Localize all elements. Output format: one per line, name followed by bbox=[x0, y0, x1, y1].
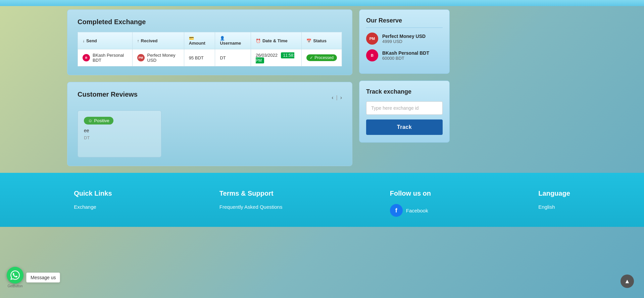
reserve-item-bkash: B BKash Personal BDT 60000 BDT bbox=[366, 49, 443, 61]
social-links: f Facebook bbox=[390, 204, 431, 217]
pm-logo-icon: PM bbox=[366, 33, 378, 45]
getbutton-label: GetButton bbox=[7, 284, 22, 288]
col-received: ↑Recived bbox=[132, 32, 184, 49]
review-author: DT bbox=[84, 135, 155, 140]
scroll-top-button[interactable]: ▲ bbox=[621, 275, 634, 288]
whatsapp-widget: GetButton bbox=[7, 267, 23, 288]
facebook-icon[interactable]: f bbox=[390, 204, 403, 217]
bkash-send-logo: B bbox=[83, 54, 90, 61]
send-cell: B BKash Personal BDT bbox=[78, 49, 133, 66]
reviews-header: Customer Reviews ‹ | › bbox=[78, 91, 342, 104]
quick-links-title: Quick Links bbox=[74, 190, 112, 197]
left-section: Completed Exchange ↓Send ↑Recived 💳Amoun… bbox=[67, 9, 352, 166]
footer-link-exchange[interactable]: Exchange bbox=[74, 204, 112, 210]
completed-exchange-title: Completed Exchange bbox=[78, 18, 342, 26]
reserve-item-pm: PM Perfect Money USD 4999 USD bbox=[366, 33, 443, 45]
track-exchange-box: Track exchange Track bbox=[359, 81, 450, 143]
review-nav: ‹ | › bbox=[332, 95, 342, 101]
customer-reviews-section: Customer Reviews ‹ | › ☺ Positive ee DT bbox=[67, 82, 352, 166]
footer-link-faq[interactable]: Frequently Asked Questions bbox=[219, 204, 283, 210]
reserve-pm-info: Perfect Money USD 4999 USD bbox=[382, 34, 426, 44]
language-title: Language bbox=[538, 190, 570, 197]
footer-language: Language English bbox=[538, 190, 570, 217]
positive-badge: ☺ Positive bbox=[84, 117, 113, 125]
prev-arrow[interactable]: ‹ bbox=[332, 95, 333, 101]
col-send: ↓Send bbox=[78, 32, 133, 49]
sentiment-label: Positive bbox=[94, 118, 109, 123]
col-status: 📅Status bbox=[302, 32, 342, 49]
whatsapp-circle[interactable] bbox=[7, 267, 23, 284]
datetime-cell: 26/03/2022 11:58: PM bbox=[251, 49, 301, 66]
smile-icon: ☺ bbox=[88, 118, 92, 123]
status-cell: ✓ Processed bbox=[302, 49, 342, 66]
status-label: Processed bbox=[314, 55, 334, 60]
main-content: Completed Exchange ↓Send ↑Recived 💳Amoun… bbox=[0, 6, 644, 173]
footer-inner: Quick Links Exchange Terms & Support Fre… bbox=[0, 190, 644, 217]
pm-name: Perfect Money USD bbox=[382, 34, 426, 39]
check-icon: ✓ bbox=[310, 55, 313, 60]
received-currency: Perfect Money USD bbox=[147, 53, 179, 63]
amount-cell: 95 BDT bbox=[184, 49, 215, 66]
table-row: B BKash Personal BDT PM Perfect Money US… bbox=[78, 49, 342, 66]
reviews-list: ☺ Positive ee DT bbox=[78, 110, 342, 157]
reserve-title: Our Reserve bbox=[366, 17, 443, 28]
bkash-logo-icon: B bbox=[366, 49, 378, 61]
col-datetime: ⏰Date & Time bbox=[251, 32, 301, 49]
whatsapp-button-area: GetButton Message us bbox=[7, 267, 60, 288]
username-cell: DT bbox=[215, 49, 251, 66]
bkash-amount: 60000 BDT bbox=[382, 56, 429, 61]
terms-support-title: Terms & Support bbox=[219, 190, 283, 197]
footer-link-facebook[interactable]: Facebook bbox=[406, 208, 428, 213]
reserve-box: Our Reserve PM Perfect Money USD 4999 US… bbox=[359, 9, 450, 74]
received-cell: PM Perfect Money USD bbox=[132, 49, 184, 66]
review-text: ee bbox=[84, 128, 155, 133]
footer-link-english[interactable]: English bbox=[538, 204, 570, 210]
pm-received-logo: PM bbox=[137, 54, 145, 61]
track-exchange-title: Track exchange bbox=[366, 88, 443, 95]
amount-icon: 💳 bbox=[189, 36, 194, 41]
track-input[interactable] bbox=[366, 101, 443, 115]
send-currency: BKash Personal BDT bbox=[93, 53, 128, 63]
right-sidebar: Our Reserve PM Perfect Money USD 4999 US… bbox=[359, 9, 450, 166]
next-arrow[interactable]: › bbox=[340, 95, 342, 101]
footer-quick-links: Quick Links Exchange bbox=[74, 190, 112, 217]
top-blue-bar bbox=[0, 0, 644, 6]
status-badge: ✓ Processed bbox=[306, 54, 337, 61]
reserve-bkash-info: BKash Personal BDT 60000 BDT bbox=[382, 50, 429, 61]
footer-terms-support: Terms & Support Frequently Asked Questio… bbox=[219, 190, 283, 217]
received-icon: ↑ bbox=[137, 39, 139, 43]
bkash-name: BKash Personal BDT bbox=[382, 50, 429, 56]
customer-reviews-title: Customer Reviews bbox=[78, 91, 138, 98]
footer-follow-us: Follow us on f Facebook bbox=[390, 190, 431, 217]
scroll-top-icon: ▲ bbox=[624, 278, 630, 285]
completed-exchange-section: Completed Exchange ↓Send ↑Recived 💳Amoun… bbox=[67, 9, 352, 75]
send-icon: ↓ bbox=[83, 39, 85, 43]
date-value: 26/03/2022 bbox=[256, 53, 278, 58]
whatsapp-message-label[interactable]: Message us bbox=[26, 272, 60, 283]
follow-us-title: Follow us on bbox=[390, 190, 431, 197]
nav-separator: | bbox=[336, 95, 338, 101]
datetime-icon: ⏰ bbox=[256, 39, 261, 43]
track-button[interactable]: Track bbox=[366, 119, 443, 135]
exchange-table: ↓Send ↑Recived 💳Amount 👤Username ⏰Date bbox=[78, 32, 342, 66]
status-icon: 📅 bbox=[306, 39, 311, 43]
review-card: ☺ Positive ee DT bbox=[78, 110, 161, 157]
username-icon: 👤 bbox=[220, 36, 225, 41]
footer: Quick Links Exchange Terms & Support Fre… bbox=[0, 173, 644, 227]
col-amount: 💳Amount bbox=[184, 32, 215, 49]
pm-amount: 4999 USD bbox=[382, 39, 426, 44]
col-username: 👤Username bbox=[215, 32, 251, 49]
